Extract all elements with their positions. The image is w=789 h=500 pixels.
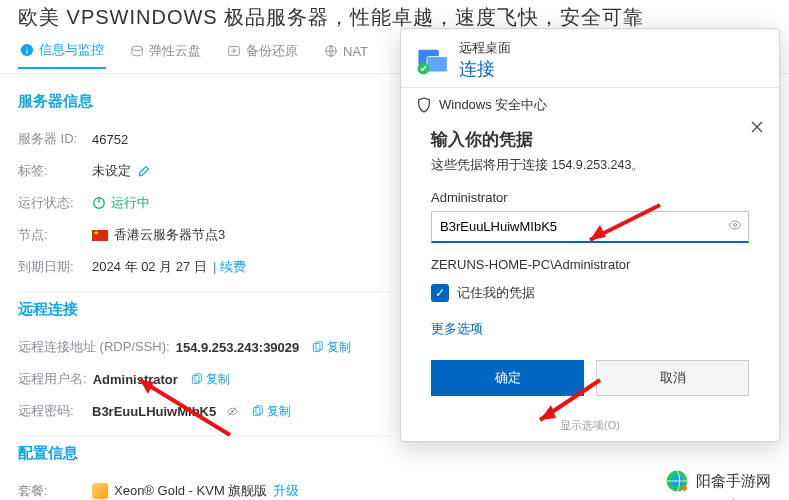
node-value[interactable]: 香港云服务器节点3	[114, 226, 225, 244]
server-id-value: 46752	[92, 132, 128, 147]
flag-icon	[92, 230, 108, 241]
disk-icon	[130, 44, 144, 58]
tab-info[interactable]: i 信息与监控	[18, 37, 106, 69]
backup-icon	[227, 44, 241, 58]
tab-info-label: 信息与监控	[39, 41, 104, 59]
status-text: 运行中	[111, 194, 150, 212]
plan-label: 套餐:	[18, 482, 86, 500]
show-options[interactable]: 显示选项(O)	[401, 414, 779, 441]
row-user: 远程用户名: Administrator 复制	[18, 363, 392, 395]
checkbox-checked-icon: ✓	[431, 284, 449, 302]
row-expire: 到期日期: 2024 年 02 月 27 日 | 续费	[18, 251, 392, 283]
copy-icon	[251, 405, 264, 418]
tag-label: 标签:	[18, 162, 86, 180]
row-server-id: 服务器 ID: 46752	[18, 123, 392, 155]
security-center-label: Windows 安全中心	[439, 96, 547, 114]
more-options-link[interactable]: 更多选项	[431, 320, 483, 338]
config-title: 配置信息	[18, 444, 392, 463]
remote-title: 远程连接	[18, 300, 392, 319]
svg-text:i: i	[26, 46, 28, 56]
cred-username: Administrator	[431, 190, 749, 205]
server-info-title: 服务器信息	[18, 92, 392, 111]
rdp-icon	[415, 43, 449, 77]
rdp-header: 远程桌面 连接	[401, 29, 779, 87]
tab-disk[interactable]: 弹性云盘	[128, 38, 203, 68]
tab-nat-label: NAT	[343, 44, 368, 59]
brand-icon	[664, 468, 690, 494]
reveal-password-button[interactable]	[727, 217, 743, 236]
renew-link[interactable]: | 续费	[213, 258, 246, 276]
shield-icon	[417, 97, 431, 113]
chip-icon	[92, 483, 108, 499]
row-status: 运行状态: 运行中	[18, 187, 392, 219]
tab-disk-label: 弹性云盘	[149, 42, 201, 60]
tag-value: 未设定	[92, 162, 131, 180]
copy-icon	[311, 341, 324, 354]
power-icon	[92, 196, 106, 210]
tab-backup-label: 备份还原	[246, 42, 298, 60]
password-input[interactable]	[431, 211, 749, 243]
rdp-title1: 远程桌面	[459, 39, 511, 57]
user-value: Administrator	[93, 372, 178, 387]
row-node: 节点: 香港云服务器节点3	[18, 219, 392, 251]
row-pass: 远程密码: B3rEuuLHuiwMlbK5 复制	[18, 395, 392, 427]
row-plan: 套餐: Xeon® Gold - KVM 旗舰版 升级	[18, 475, 392, 500]
expire-value: 2024 年 02 月 27 日	[92, 258, 207, 276]
eye-off-icon[interactable]	[226, 405, 239, 418]
svg-point-16	[734, 224, 737, 227]
plan-value: Xeon® Gold - KVM 旗舰版	[114, 482, 267, 500]
info-icon: i	[20, 43, 34, 57]
domain-user: ZERUNS-HOME-PC\Administrator	[431, 257, 749, 272]
addr-label: 远程连接地址 (RDP/SSH):	[18, 338, 170, 356]
tab-nat[interactable]: NAT	[322, 40, 370, 67]
copy-pass-button[interactable]: 复制	[251, 403, 291, 420]
security-header: Windows 安全中心	[401, 88, 779, 122]
cred-sub: 这些凭据将用于连接 154.9.253.243。	[431, 157, 749, 174]
row-tag: 标签: 未设定	[18, 155, 392, 187]
copy-user-button[interactable]: 复制	[190, 371, 230, 388]
svg-point-2	[132, 46, 143, 50]
node-label: 节点:	[18, 226, 86, 244]
status-label: 运行状态:	[18, 194, 86, 212]
remember-checkbox[interactable]: ✓ 记住我的凭据	[431, 284, 749, 302]
close-button[interactable]	[743, 113, 771, 141]
footer-brand: 阳畲手游网	[664, 468, 771, 494]
copy-label: 复制	[327, 339, 351, 356]
ok-button[interactable]: 确定	[431, 360, 584, 396]
cancel-button[interactable]: 取消	[596, 360, 749, 396]
copy-label: 复制	[267, 403, 291, 420]
remember-label: 记住我的凭据	[457, 284, 535, 302]
pass-label: 远程密码:	[18, 402, 86, 420]
cred-title: 输入你的凭据	[431, 128, 749, 151]
brand-name: 阳畲手游网	[696, 472, 771, 491]
eye-icon	[727, 217, 743, 233]
user-label: 远程用户名:	[18, 370, 87, 388]
copy-label: 复制	[206, 371, 230, 388]
pass-value: B3rEuuLHuiwMlbK5	[92, 404, 216, 419]
copy-icon	[190, 373, 203, 386]
expire-label: 到期日期:	[18, 258, 86, 276]
status-badge: 运行中	[92, 194, 150, 212]
upgrade-link[interactable]: 升级	[273, 482, 299, 500]
edit-icon[interactable]	[137, 165, 150, 178]
rdp-dialog: 远程桌面 连接 Windows 安全中心 输入你的凭据 这些凭据将用于连接 15…	[400, 28, 780, 442]
nat-icon	[324, 44, 338, 58]
svg-rect-14	[427, 57, 447, 72]
close-icon	[750, 120, 764, 134]
rdp-title2: 连接	[459, 57, 511, 81]
addr-value: 154.9.253.243:39029	[176, 340, 300, 355]
copy-addr-button[interactable]: 复制	[311, 339, 351, 356]
server-id-label: 服务器 ID:	[18, 130, 86, 148]
tab-backup[interactable]: 备份还原	[225, 38, 300, 68]
row-addr: 远程连接地址 (RDP/SSH): 154.9.253.243:39029 复制	[18, 331, 392, 363]
